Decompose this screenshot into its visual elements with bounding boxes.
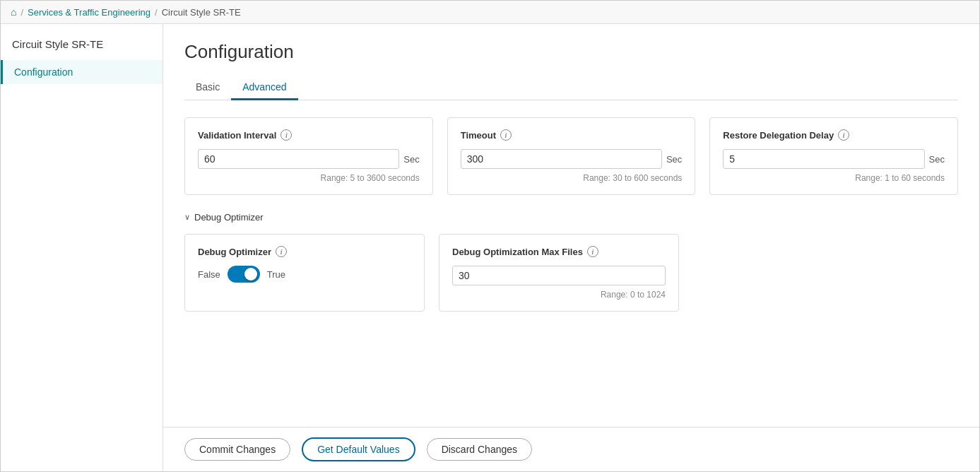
tab-basic[interactable]: Basic — [184, 76, 231, 100]
debug-max-files-range: Range: 0 to 1024 — [452, 290, 666, 300]
timeout-title: Timeout i — [461, 129, 683, 141]
debug-optimizer-card-title: Debug Optimizer i — [198, 246, 411, 257]
discard-changes-button[interactable]: Discard Changes — [427, 438, 532, 461]
debug-optimizer-chevron-icon: ∨ — [184, 213, 190, 222]
breadcrumb-parent-link[interactable]: Services & Traffic Engineering — [28, 7, 150, 18]
timeout-unit: Sec — [666, 154, 682, 165]
get-default-values-button[interactable]: Get Default Values — [302, 437, 415, 461]
debug-max-files-card: Debug Optimization Max Files i Range: 0 … — [439, 234, 679, 312]
commit-changes-button[interactable]: Commit Changes — [184, 438, 290, 461]
timeout-range: Range: 30 to 600 seconds — [461, 173, 683, 183]
timeout-card: Timeout i Sec Range: 30 to 600 seconds — [447, 117, 696, 195]
timeout-help-icon[interactable]: i — [500, 129, 512, 141]
sidebar: Circuit Style SR-TE Configuration — [1, 24, 163, 471]
debug-max-files-help-icon[interactable]: i — [587, 246, 598, 257]
page-title: Configuration — [184, 41, 958, 63]
debug-max-files-input[interactable] — [452, 266, 666, 285]
debug-optimizer-card: Debug Optimizer i False True — [184, 234, 425, 312]
footer-bar: Commit Changes Get Default Values Discar… — [163, 427, 979, 471]
breadcrumb-separator: / — [20, 7, 23, 18]
validation-interval-range: Range: 5 to 3600 seconds — [198, 173, 420, 183]
timeout-input[interactable] — [461, 149, 662, 169]
breadcrumb-current: Circuit Style SR-TE — [162, 7, 241, 18]
breadcrumb-separator2: / — [155, 7, 158, 18]
restore-delegation-input[interactable] — [723, 149, 924, 169]
debug-optimizer-toggle-row: False True — [198, 266, 411, 283]
breadcrumb-bar: ⌂ / Services & Traffic Engineering / Cir… — [1, 1, 979, 24]
restore-delegation-card: Restore Delegation Delay i Sec Range: 1 … — [709, 117, 958, 195]
validation-interval-title: Validation Interval i — [198, 129, 420, 141]
sidebar-title: Circuit Style SR-TE — [1, 31, 163, 60]
restore-delegation-title: Restore Delegation Delay i — [723, 129, 945, 141]
validation-interval-card: Validation Interval i Sec Range: 5 to 36… — [184, 117, 433, 195]
debug-cards-row: Debug Optimizer i False True — [184, 234, 958, 312]
debug-optimizer-true-label: True — [267, 269, 285, 280]
debug-max-files-title: Debug Optimization Max Files i — [452, 246, 666, 257]
validation-interval-unit: Sec — [403, 154, 419, 165]
debug-optimizer-toggle[interactable] — [228, 266, 260, 283]
main-cards-row: Validation Interval i Sec Range: 5 to 36… — [184, 117, 958, 195]
debug-optimizer-section-header[interactable]: ∨ Debug Optimizer — [184, 212, 958, 223]
sidebar-item-configuration[interactable]: Configuration — [1, 60, 163, 84]
restore-delegation-unit: Sec — [929, 154, 945, 165]
debug-optimizer-false-label: False — [198, 269, 220, 280]
validation-interval-help-icon[interactable]: i — [281, 129, 292, 141]
home-icon[interactable]: ⌂ — [11, 6, 16, 18]
tab-advanced[interactable]: Advanced — [231, 76, 297, 100]
restore-delegation-help-icon[interactable]: i — [838, 129, 849, 141]
content-area: Configuration Basic Advanced Validation … — [163, 24, 979, 471]
tabs: Basic Advanced — [184, 76, 958, 100]
validation-interval-input[interactable] — [198, 149, 399, 169]
restore-delegation-range: Range: 1 to 60 seconds — [723, 173, 945, 183]
debug-optimizer-help-icon[interactable]: i — [276, 246, 287, 257]
debug-optimizer-section-label: Debug Optimizer — [194, 212, 264, 223]
